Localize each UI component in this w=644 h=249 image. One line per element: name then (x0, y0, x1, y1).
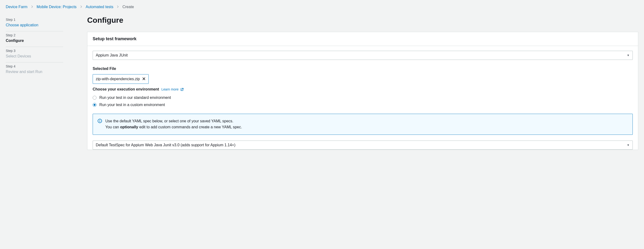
info-line2: You can optionally edit to add custom co… (105, 124, 242, 130)
svg-point-1 (100, 120, 100, 120)
learn-more-link[interactable]: Learn more (161, 88, 184, 91)
radio-label: Run your test in our standard environmen… (99, 96, 171, 100)
info-line1: Use the default YAML spec below, or sele… (105, 118, 242, 124)
exec-env-radios: Run your test in our standard environmen… (93, 96, 633, 107)
svg-rect-2 (100, 121, 100, 122)
step-name: Review and start Run (6, 70, 63, 74)
info-text: Use the default YAML spec below, or sele… (105, 118, 242, 130)
radio-icon (93, 103, 96, 107)
exec-env-header: Choose your execution environment Learn … (93, 87, 633, 92)
breadcrumb-automated-tests[interactable]: Automated tests (86, 5, 114, 9)
step-name: Select Devices (6, 54, 63, 58)
radio-label: Run your test in a custom environment (99, 103, 165, 107)
wizard-step-2[interactable]: Step 2 Configure (6, 31, 63, 47)
page-title: Configure (87, 16, 638, 25)
wizard-steps: Step 1 Choose application Step 2 Configu… (6, 16, 63, 78)
learn-more-text: Learn more (161, 88, 178, 91)
chevron-right-icon (31, 5, 33, 9)
framework-select-value: Appium Java JUnit (96, 53, 128, 58)
step-name: Configure (6, 38, 63, 43)
caret-down-icon: ▼ (627, 144, 630, 147)
framework-select[interactable]: Appium Java JUnit ▼ (93, 51, 633, 60)
breadcrumb: Device Farm Mobile Device: Projects Auto… (6, 5, 638, 9)
yaml-info-box: Use the default YAML spec below, or sele… (93, 114, 633, 135)
step-number: Step 1 (6, 18, 63, 22)
selected-file-chip: zip-with-dependencies.zip (93, 74, 149, 84)
wizard-step-3: Step 3 Select Devices (6, 47, 63, 62)
panel-header: Setup test framework (88, 32, 638, 46)
breadcrumb-mobile-projects[interactable]: Mobile Device: Projects (37, 5, 76, 9)
wizard-step-1[interactable]: Step 1 Choose application (6, 16, 63, 31)
panel-header-title: Setup test framework (93, 36, 633, 42)
step-number: Step 2 (6, 33, 63, 37)
remove-file-icon[interactable] (142, 77, 146, 81)
breadcrumb-current: Create (122, 5, 134, 9)
selected-file-name: zip-with-dependencies.zip (96, 77, 140, 81)
external-link-icon (180, 88, 184, 92)
selected-file-label: Selected File (93, 66, 633, 71)
yaml-spec-value: Default TestSpec for Appium Web Java Jun… (96, 143, 235, 147)
step-number: Step 3 (6, 49, 63, 53)
breadcrumb-device-farm[interactable]: Device Farm (6, 5, 28, 9)
radio-dot-icon (94, 104, 96, 106)
step-name: Choose application (6, 23, 63, 27)
step-number: Step 4 (6, 64, 63, 68)
radio-icon (93, 96, 96, 100)
exec-env-title: Choose your execution environment (93, 87, 159, 91)
chevron-right-icon (80, 5, 82, 9)
info-icon (98, 119, 102, 130)
wizard-step-4: Step 4 Review and start Run (6, 62, 63, 78)
setup-framework-panel: Setup test framework Appium Java JUnit ▼… (87, 32, 638, 150)
radio-custom-env[interactable]: Run your test in a custom environment (93, 103, 633, 107)
chevron-right-icon (116, 5, 119, 9)
yaml-spec-select[interactable]: Default TestSpec for Appium Web Java Jun… (93, 140, 633, 150)
caret-down-icon: ▼ (627, 54, 630, 57)
radio-standard-env[interactable]: Run your test in our standard environmen… (93, 96, 633, 100)
